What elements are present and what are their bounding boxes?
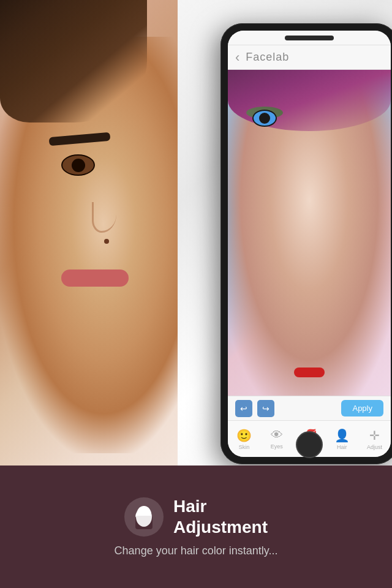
tab-adjust[interactable]: ✛ Adjust bbox=[358, 421, 391, 457]
skin-icon: 🙂 bbox=[236, 428, 252, 443]
face-eye-left bbox=[61, 154, 95, 176]
redo-button[interactable]: ↪ bbox=[257, 400, 274, 417]
phone-notch bbox=[285, 36, 334, 40]
promo-bar: Hair Adjustment Change your hair color i… bbox=[0, 466, 392, 588]
phone-frame: ●●● ▲ ●●●● ‹ Facelab ↩ ↪ Apply bbox=[221, 23, 392, 464]
face-lips-left bbox=[61, 270, 129, 287]
promo-title: Hair Adjustment bbox=[173, 496, 268, 537]
undo-icon: ↩ bbox=[240, 404, 247, 413]
phone-hair-purple bbox=[228, 70, 391, 131]
tab-hair[interactable]: 👤 Hair bbox=[326, 421, 358, 457]
tab-eyes-label: Eyes bbox=[271, 443, 283, 450]
promo-top-row: Hair Adjustment bbox=[124, 496, 268, 537]
phone-navbar: ‹ Facelab bbox=[228, 45, 391, 70]
tab-hair-label: Hair bbox=[337, 444, 347, 450]
phone-screen: ●●● ▲ ●●●● ‹ Facelab ↩ ↪ Apply bbox=[228, 31, 391, 457]
tab-skin[interactable]: 🙂 Skin bbox=[228, 421, 260, 457]
phone-eye-blue bbox=[252, 110, 277, 127]
promo-subtitle: Change your hair color instantly... bbox=[115, 545, 278, 557]
hair-silhouette-icon bbox=[130, 503, 157, 530]
promo-title-line1: Hair bbox=[173, 496, 268, 517]
face-hair-top bbox=[0, 0, 147, 123]
eyes-icon: 👁 bbox=[271, 428, 283, 442]
tab-eyes[interactable]: 👁 Eyes bbox=[260, 421, 293, 457]
hair-icon: 👤 bbox=[334, 428, 350, 443]
adjust-icon: ✛ bbox=[369, 428, 380, 443]
undo-button[interactable]: ↩ bbox=[235, 400, 252, 417]
tab-skin-label: Skin bbox=[239, 444, 250, 450]
hair-icon-circle bbox=[124, 497, 164, 537]
phone-photo bbox=[228, 70, 391, 396]
phone-lips-red bbox=[294, 368, 325, 377]
phone-controls-bar: ↩ ↪ Apply bbox=[228, 396, 391, 420]
phone-home-button[interactable] bbox=[296, 431, 323, 458]
apply-button[interactable]: Apply bbox=[341, 400, 383, 417]
promo-title-line2: Adjustment bbox=[173, 517, 268, 538]
tab-adjust-label: Adjust bbox=[367, 444, 382, 450]
redo-icon: ↪ bbox=[262, 404, 270, 413]
face-mole bbox=[104, 239, 109, 244]
back-button[interactable]: ‹ bbox=[235, 50, 239, 66]
app-title: Facelab bbox=[246, 51, 289, 64]
